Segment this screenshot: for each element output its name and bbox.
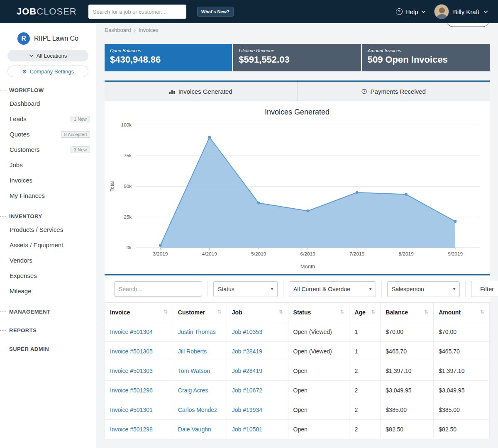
job-link[interactable]: Job #28419 — [232, 348, 262, 355]
column-header[interactable]: Balance ⇅ — [381, 303, 434, 322]
svg-text:3/2019: 3/2019 — [153, 251, 168, 257]
tab-invoices-generated[interactable]: Invoices Generated — [105, 82, 297, 101]
sidebar-item[interactable]: Invoices — [0, 173, 96, 188]
stat-card-amount-invoices: Amount Invoices 509 Open Invoices — [362, 44, 490, 71]
company-name: RIIPL Lawn Co — [34, 35, 78, 42]
sidebar: R RIIPL Lawn Co All Locations ⚙ Company … — [0, 23, 96, 448]
column-header[interactable]: Amount ⇅ — [434, 303, 490, 322]
invoice-link[interactable]: Invoice #501301 — [110, 407, 153, 413]
column-header[interactable]: Customer ⇅ — [173, 303, 227, 322]
company-settings-button[interactable]: ⚙ Company Settings — [7, 66, 88, 77]
job-link[interactable]: Job #10672 — [232, 387, 262, 394]
filter-button[interactable]: Filter — [471, 281, 498, 297]
stat-card-lifetime-revenue: Lifetime Revenue $591,552.03 — [233, 44, 361, 71]
invoice-link[interactable]: Invoice #501304 — [110, 329, 153, 335]
svg-text:100k: 100k — [121, 122, 132, 128]
app-logo: JOBCLOSER — [17, 6, 77, 17]
tab-label: Invoices Generated — [178, 88, 232, 95]
whats-new-button[interactable]: What's New? — [197, 7, 234, 17]
job-link[interactable]: Job #28419 — [232, 368, 262, 374]
age-cell: 2 — [349, 381, 381, 400]
sidebar-item[interactable]: Quotes 8 Accepted — [0, 127, 96, 142]
customer-link[interactable]: Justin Thomas — [178, 329, 216, 335]
column-header[interactable]: Invoice ⇅ — [105, 303, 173, 322]
sidebar-item-label: Vendors — [10, 257, 32, 264]
sidebar-item[interactable]: Mileage — [0, 283, 96, 299]
customer-link[interactable]: Tom Watson — [178, 368, 210, 374]
invoice-link[interactable]: Invoice #501305 — [110, 348, 153, 355]
invoices-generated-chart[interactable]: 0k25k50k75k100k3/20194/20195/20196/20197… — [107, 119, 487, 273]
sidebar-item-label: Leads — [10, 115, 27, 122]
job-link[interactable]: Job #19934 — [232, 407, 262, 413]
sidebar-item-badge: 1 New — [71, 116, 90, 122]
table-search-input[interactable] — [114, 281, 202, 297]
salesperson-value: Salesperson — [392, 286, 424, 292]
user-menu[interactable]: Billy Kraft — [434, 4, 488, 19]
salesperson-select[interactable]: Salesperson ▾ — [387, 281, 460, 297]
sidebar-item[interactable]: Dashboard — [0, 96, 96, 111]
amount-cell: $385.00 — [434, 400, 490, 420]
company-switcher[interactable]: R RIIPL Lawn Co — [0, 30, 96, 50]
locations-dropdown[interactable]: All Locations — [7, 50, 88, 61]
balance-cell: $1,397.10 — [381, 361, 434, 381]
help-label: Help — [405, 8, 418, 15]
sort-icon[interactable]: ⇅ — [340, 309, 344, 315]
sidebar-item[interactable]: Customers 3 New — [0, 142, 96, 157]
help-menu[interactable]: ? Help — [396, 8, 426, 15]
svg-text:4/2019: 4/2019 — [202, 251, 217, 257]
sidebar-item[interactable]: Assets / Equipment — [0, 237, 96, 253]
sidebar-item[interactable]: Leads 1 New — [0, 111, 96, 127]
tab-payments-received[interactable]: Payments Received — [297, 82, 490, 101]
table-row: Invoice #501305 Jill Roberts Job #28419 … — [105, 342, 490, 361]
sidebar-item[interactable]: Products / Services — [0, 222, 96, 237]
sort-icon[interactable]: ⇅ — [217, 309, 222, 315]
customer-link[interactable]: Dale Vaughn — [178, 426, 211, 433]
amount-cell: $1,397.10 — [434, 361, 490, 381]
table-row: Invoice #501301 Carlos Mendez Job #19934… — [105, 400, 490, 420]
job-link[interactable]: Job #10581 — [232, 426, 262, 433]
balance-cell: $82.50 — [381, 420, 434, 439]
customer-link[interactable]: Jill Roberts — [178, 348, 207, 355]
stat-label: Lifetime Revenue — [239, 48, 355, 53]
column-header-label: Customer — [178, 309, 205, 316]
invoice-link[interactable]: Invoice #501298 — [110, 426, 153, 433]
sort-icon[interactable]: ⇅ — [279, 309, 283, 315]
svg-text:25k: 25k — [124, 214, 132, 220]
status-cell: Open — [288, 381, 349, 400]
stat-card-open-balances: Open Balances $430,948.86 — [105, 44, 232, 71]
status-select-value: Status — [218, 286, 234, 292]
sidebar-item[interactable]: Jobs — [0, 157, 96, 173]
table-row: Invoice #501296 Craig Acres Job #10672 O… — [105, 381, 490, 400]
current-overdue-select[interactable]: All Current & Overdue ▾ — [289, 281, 376, 297]
section-header-reports[interactable]: REPORTS — [0, 325, 96, 336]
sort-icon[interactable]: ⇅ — [164, 309, 168, 315]
invoice-link[interactable]: Invoice #501296 — [110, 387, 153, 394]
amount-cell: $465.70 — [434, 342, 490, 361]
svg-text:50k: 50k — [124, 183, 132, 189]
sidebar-item[interactable]: Vendors — [0, 253, 96, 268]
customer-link[interactable]: Carlos Mendez — [178, 407, 217, 413]
sidebar-item-label: Assets / Equipment — [10, 241, 63, 248]
global-search-input[interactable] — [88, 5, 186, 19]
invoice-link[interactable]: Invoice #501303 — [110, 368, 153, 374]
breadcrumb-dashboard[interactable]: Dashboard — [105, 27, 131, 33]
sort-icon[interactable]: ⇅ — [424, 309, 428, 315]
section-header-super-admin[interactable]: SUPER ADMIN — [0, 343, 96, 355]
company-logo: R — [17, 32, 30, 45]
column-header[interactable]: Status ⇅ — [288, 303, 349, 322]
customer-link[interactable]: Craig Acres — [178, 387, 208, 394]
status-select[interactable]: Status ▾ — [213, 281, 278, 297]
help-icon: ? — [396, 8, 403, 15]
job-link[interactable]: Job #10353 — [232, 329, 262, 335]
sidebar-item-label: Expenses — [10, 272, 37, 279]
balance-cell: $465.70 — [381, 342, 434, 361]
sidebar-item[interactable]: Expenses — [0, 268, 96, 283]
column-header[interactable]: Job ⇅ — [227, 303, 288, 322]
section-header-management[interactable]: MANAGEMENT — [0, 306, 96, 317]
column-header-label: Job — [232, 309, 242, 316]
sidebar-item[interactable]: My Finances — [0, 188, 96, 203]
column-header[interactable]: Age ⇅ — [349, 303, 381, 322]
sort-icon[interactable]: ⇅ — [480, 309, 484, 315]
section-header-inventory: INVENTORY — [0, 211, 96, 222]
sort-icon[interactable]: ⇅ — [371, 309, 375, 315]
